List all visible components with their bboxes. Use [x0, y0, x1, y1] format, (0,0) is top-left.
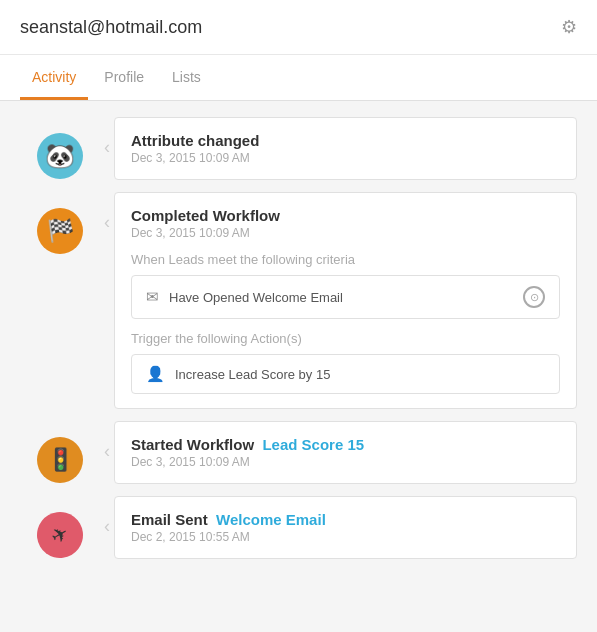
condition-text: Have Opened Welcome Email: [169, 290, 513, 305]
trigger-label: Trigger the following Action(s): [131, 331, 560, 346]
timeline-item: 🚦 ‹ Started Workflow Lead Score 15 Dec 3…: [20, 421, 577, 484]
card-title: Attribute changed: [131, 132, 560, 149]
condition-box: ✉ Have Opened Welcome Email ⊙: [131, 275, 560, 319]
card: Attribute changed Dec 3, 2015 10:09 AM: [114, 117, 577, 180]
timeline-item: 🏁 ‹ Completed Workflow Dec 3, 2015 10:09…: [20, 192, 577, 409]
envelope-icon: ✉: [146, 288, 159, 306]
tabs-bar: Activity Profile Lists: [0, 55, 597, 101]
chevron-icon: ‹: [100, 496, 114, 537]
avatar-col: 🐼: [20, 117, 100, 179]
workflow-name-highlight: Lead Score 15: [262, 436, 364, 453]
card-expanded: Completed Workflow Dec 3, 2015 10:09 AM …: [114, 192, 577, 409]
avatar: ✈: [29, 504, 92, 567]
card-title: Completed Workflow: [131, 207, 560, 224]
avatar: 🐼: [37, 133, 83, 179]
avatar: 🚦: [37, 437, 83, 483]
timeline-item: ✈ ‹ Email Sent Welcome Email Dec 2, 2015…: [20, 496, 577, 559]
tab-lists[interactable]: Lists: [160, 55, 213, 100]
action-box: 👤 Increase Lead Score by 15: [131, 354, 560, 394]
chevron-icon: ‹: [100, 421, 114, 462]
card-title: Email Sent Welcome Email: [131, 511, 560, 528]
header-email: seanstal@hotmail.com: [20, 17, 202, 38]
info-icon-circle: ⊙: [523, 286, 545, 308]
action-text: Increase Lead Score by 15: [175, 367, 330, 382]
content-area: 🐼 ‹ Attribute changed Dec 3, 2015 10:09 …: [0, 101, 597, 575]
card-date: Dec 2, 2015 10:55 AM: [131, 530, 560, 544]
avatar: 🏁: [37, 208, 83, 254]
card-date: Dec 3, 2015 10:09 AM: [131, 151, 560, 165]
when-label: When Leads meet the following criteria: [131, 252, 560, 267]
person-icon: 👤: [146, 365, 165, 383]
card-date: Dec 3, 2015 10:09 AM: [131, 226, 560, 240]
card: Email Sent Welcome Email Dec 2, 2015 10:…: [114, 496, 577, 559]
avatar-col: 🚦: [20, 421, 100, 483]
avatar-col: 🏁: [20, 192, 100, 254]
card-date: Dec 3, 2015 10:09 AM: [131, 455, 560, 469]
chevron-icon: ‹: [100, 117, 114, 158]
gear-icon[interactable]: ⚙: [561, 16, 577, 38]
email-name-highlight: Welcome Email: [216, 511, 326, 528]
tab-activity[interactable]: Activity: [20, 55, 88, 100]
chevron-icon: ‹: [100, 192, 114, 233]
avatar-col: ✈: [20, 496, 100, 558]
timeline-item: 🐼 ‹ Attribute changed Dec 3, 2015 10:09 …: [20, 117, 577, 180]
header: seanstal@hotmail.com ⚙: [0, 0, 597, 55]
timeline: 🐼 ‹ Attribute changed Dec 3, 2015 10:09 …: [20, 117, 577, 559]
tab-profile[interactable]: Profile: [92, 55, 156, 100]
card: Started Workflow Lead Score 15 Dec 3, 20…: [114, 421, 577, 484]
card-title: Started Workflow Lead Score 15: [131, 436, 560, 453]
